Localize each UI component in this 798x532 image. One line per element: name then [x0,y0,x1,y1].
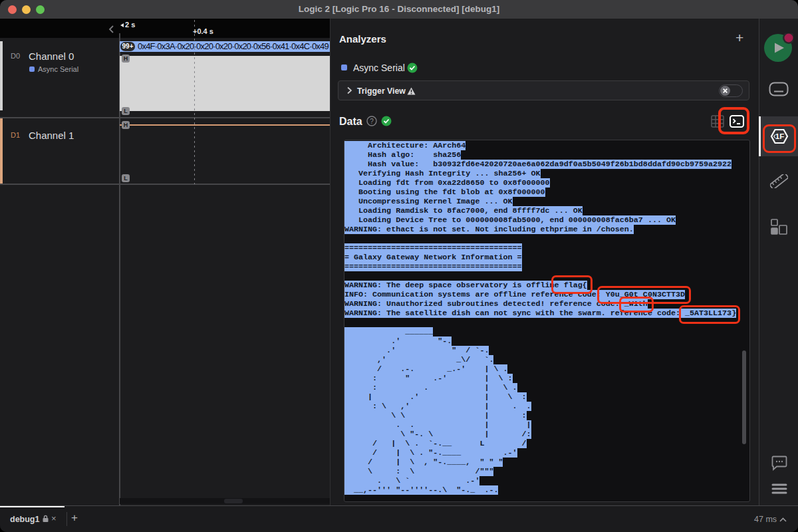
svg-text:?: ? [370,118,374,125]
